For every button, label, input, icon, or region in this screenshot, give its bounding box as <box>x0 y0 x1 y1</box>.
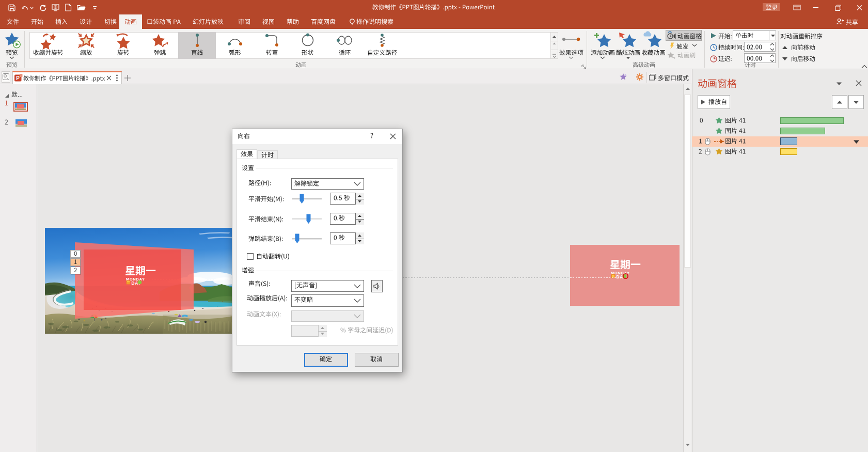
svg-text:P: P <box>16 75 20 81</box>
